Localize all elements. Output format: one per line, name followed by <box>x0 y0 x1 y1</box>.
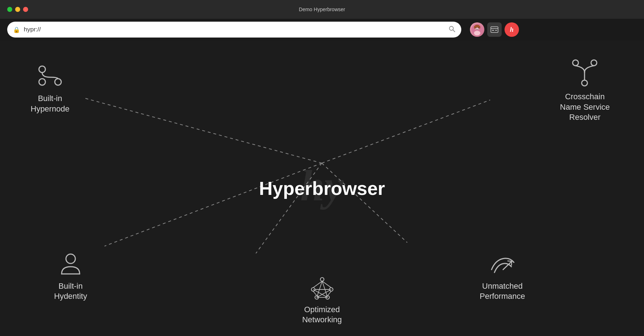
svg-point-21 <box>39 79 45 85</box>
svg-line-1 <box>453 30 455 32</box>
crosschain-label: CrosschainName ServiceResolver <box>560 92 610 123</box>
feature-performance[interactable]: UnmatchedPerformance <box>480 252 525 302</box>
address-bar[interactable]: 🔒 <box>7 22 461 38</box>
url-input[interactable] <box>24 26 445 33</box>
lock-icon: 🔒 <box>13 26 20 33</box>
avatar[interactable] <box>470 22 484 37</box>
svg-rect-13 <box>495 30 497 31</box>
traffic-lights <box>7 7 28 12</box>
feature-hypernode[interactable]: Built-inHypernode <box>31 62 70 114</box>
svg-point-40 <box>582 80 587 86</box>
svg-line-32 <box>327 291 331 296</box>
svg-line-15 <box>105 163 322 246</box>
svg-rect-10 <box>491 27 498 32</box>
search-icon[interactable] <box>448 25 456 34</box>
svg-line-14 <box>85 98 322 163</box>
networking-label: OptimizedNetworking <box>302 305 342 325</box>
performance-label: UnmatchedPerformance <box>480 281 525 302</box>
svg-line-16 <box>256 163 322 253</box>
svg-point-24 <box>320 278 324 281</box>
svg-line-18 <box>322 100 490 163</box>
svg-point-19 <box>39 66 45 73</box>
network-icon <box>307 275 336 300</box>
feature-hydentity[interactable]: Built-inHydentity <box>54 252 87 302</box>
svg-line-17 <box>322 163 407 243</box>
svg-rect-12 <box>492 30 494 31</box>
svg-point-41 <box>573 60 578 66</box>
svg-line-31 <box>313 291 316 296</box>
svg-point-9 <box>479 26 480 29</box>
route-icon <box>36 62 65 89</box>
svg-point-42 <box>591 60 597 66</box>
center-hub: Hyperbrowser <box>259 178 385 199</box>
toolbar: 🔒 <box>0 19 644 40</box>
hub-title: Hyperbrowser <box>259 178 385 199</box>
svg-point-20 <box>55 79 61 85</box>
titlebar: Demo Hyperbrowser <box>0 0 644 19</box>
person-icon <box>58 252 83 277</box>
svg-point-6 <box>478 27 479 28</box>
performance-icon <box>488 252 517 277</box>
fork-icon <box>571 58 598 87</box>
feature-crosschain[interactable]: CrosschainName ServiceResolver <box>560 58 610 123</box>
toolbar-icons: h <box>470 22 519 37</box>
svg-point-5 <box>476 27 476 28</box>
svg-point-22 <box>66 254 75 263</box>
svg-point-0 <box>449 26 453 30</box>
red-light[interactable] <box>23 7 28 12</box>
main-content: .dashed-line { stroke: #888; stroke-widt… <box>0 40 644 336</box>
card-icon[interactable] <box>487 22 502 37</box>
window-title: Demo Hyperbrowser <box>299 6 345 12</box>
hydentity-label: Built-inHydentity <box>54 281 87 302</box>
svg-point-8 <box>474 26 476 29</box>
user-button[interactable]: h <box>505 22 519 37</box>
hypernode-label: Built-inHypernode <box>31 93 70 114</box>
svg-point-4 <box>474 31 480 35</box>
feature-networking[interactable]: OptimizedNetworking <box>302 275 342 325</box>
green-light[interactable] <box>7 7 12 12</box>
yellow-light[interactable] <box>15 7 20 12</box>
